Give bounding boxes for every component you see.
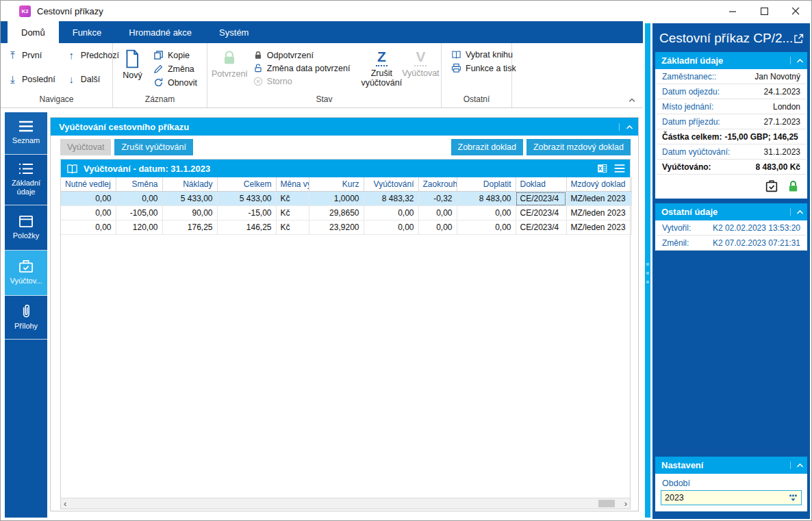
minimize-button[interactable] [717, 1, 748, 21]
column-header[interactable]: Kurz [309, 177, 364, 192]
column-header[interactable]: Doklad [516, 177, 566, 192]
table-cell[interactable]: -105,00 [116, 206, 162, 220]
group-label-ostatni: Ostatní [442, 93, 511, 107]
table-cell[interactable]: Kč [276, 192, 309, 206]
column-header[interactable]: Zaokrouh [418, 177, 457, 192]
table-cell[interactable]: 0,00 [418, 206, 457, 220]
table-cell[interactable]: 5 433,00 [217, 192, 276, 206]
table-cell[interactable]: MZ/leden 2023 [566, 206, 631, 220]
table-row[interactable]: 0,00 -105,00 90,00 -15,00 Kč 29,8650 0,0… [61, 206, 631, 220]
show-payroll-document-button[interactable]: Zobrazit mzdový doklad [526, 139, 631, 155]
sidebar-item-zakladni-udaje[interactable]: Základní údaje [5, 155, 47, 205]
scroll-left-arrow[interactable]: ‹ [64, 498, 66, 509]
collapse-section-button[interactable] [790, 57, 804, 64]
refresh-button[interactable]: Obnovit [153, 77, 197, 88]
table-row[interactable]: 0,00 0,00 5 433,00 5 433,00 Kč 1,0000 8 … [61, 192, 631, 206]
table-cell[interactable]: 8 483,00 [457, 192, 516, 206]
show-document-button[interactable]: Zobrazit doklad [451, 139, 523, 155]
collapse-section-button[interactable] [790, 208, 804, 216]
confirm-button[interactable]: Potvrzení [212, 46, 248, 79]
maximize-button[interactable] [748, 1, 780, 21]
horizontal-scrollbar[interactable]: ‹ › [61, 498, 630, 509]
table-cell[interactable]: 5 433,00 [162, 192, 217, 206]
column-header[interactable]: Vyúčtování [364, 177, 418, 192]
storno-button[interactable]: Storno [253, 77, 351, 86]
table-cell[interactable]: 0,00 [457, 220, 516, 235]
column-header[interactable]: Nutné vedlej [61, 177, 116, 192]
cancel-settlement-action-button[interactable]: Zrušit vyúčtování [114, 139, 192, 155]
table-row[interactable]: 0,00 120,00 176,25 146,25 Kč 23,9200 0,0… [61, 220, 631, 235]
unconfirm-button[interactable]: Odpotvrzení [253, 51, 351, 60]
table-cell[interactable]: 0,00 [61, 192, 116, 206]
table-cell[interactable]: MZ/leden 2023 [566, 220, 631, 235]
column-header[interactable]: Mzdový doklad [566, 177, 631, 192]
table-cell[interactable]: 0,00 [61, 220, 116, 235]
dropdown-icon[interactable] [785, 493, 801, 503]
sidebar-item-prilohy[interactable]: Přílohy [5, 296, 47, 340]
column-header[interactable]: Náklady [162, 177, 217, 192]
table-cell-focused[interactable]: CE/2023/4 [516, 192, 566, 206]
table-cell[interactable]: Kč [276, 206, 309, 220]
column-header[interactable]: Směna [116, 177, 162, 192]
excel-export-icon[interactable] [596, 163, 608, 174]
table-cell[interactable]: 23,9200 [309, 220, 364, 235]
sidebar-item-seznam[interactable]: Seznam [5, 112, 47, 155]
table-cell[interactable]: 0,00 [418, 220, 457, 235]
table-cell[interactable]: 0,00 [457, 206, 516, 220]
tab-funkce[interactable]: Funkce [59, 21, 116, 43]
panel-splitter[interactable] [645, 23, 650, 518]
period-input[interactable] [661, 493, 785, 503]
table-cell[interactable]: 0,00 [364, 220, 418, 235]
settle-button[interactable]: V Vyúčtovat [402, 46, 439, 78]
detail-list-icon [18, 163, 34, 175]
column-header[interactable]: Celkem [217, 177, 276, 192]
table-cell[interactable]: -0,32 [418, 192, 457, 206]
table-cell[interactable]: 29,8650 [309, 206, 364, 220]
previous-button[interactable]: ↑ Předchozí [66, 50, 119, 60]
table-cell[interactable]: 146,25 [217, 220, 276, 235]
ribbon-collapse-button[interactable] [628, 96, 636, 105]
next-button[interactable]: ↓ Další [66, 74, 119, 84]
window-title: Cestovní příkazy [37, 6, 103, 16]
first-button[interactable]: ⤒ První [8, 50, 55, 60]
clipboard-check-icon [764, 179, 779, 194]
table-cell[interactable]: CE/2023/4 [516, 206, 566, 220]
collapse-section-button[interactable] [790, 461, 804, 469]
sidebar-item-polozky[interactable]: Položky [5, 205, 47, 251]
table-cell[interactable]: 120,00 [116, 220, 162, 235]
table-cell[interactable]: Kč [276, 220, 309, 235]
table-cell[interactable]: 0,00 [364, 206, 418, 220]
last-button[interactable]: ⤓ Poslední [8, 74, 55, 84]
cancel-settlement-button[interactable]: Z Zrušit vyúčtování [361, 46, 402, 88]
table-cell[interactable]: 0,00 [116, 192, 162, 206]
scroll-right-arrow[interactable]: › [624, 498, 627, 509]
select-book-button[interactable]: Vybrat knihu [451, 50, 516, 60]
settle-action-button[interactable]: Vyúčtovat [60, 139, 111, 155]
column-header[interactable]: Doplatit [457, 177, 516, 192]
table-cell[interactable]: MZ/leden 2023 [566, 192, 631, 206]
table-cell[interactable]: 1,0000 [309, 192, 364, 206]
open-external-icon[interactable] [793, 33, 804, 45]
table-cell[interactable]: 0,00 [61, 206, 116, 220]
table-cell[interactable]: CE/2023/4 [516, 220, 566, 235]
copy-button[interactable]: Kopie [153, 50, 197, 60]
period-combobox[interactable] [661, 490, 802, 505]
panel-collapse-button[interactable] [619, 123, 634, 131]
functions-print-button[interactable]: Funkce a tisk [451, 63, 516, 73]
change-button[interactable]: Změna [153, 64, 197, 74]
column-header[interactable]: Měna vy [276, 177, 309, 192]
table-cell[interactable]: 90,00 [162, 206, 217, 220]
close-button[interactable] [780, 1, 811, 21]
table-cell[interactable]: 176,25 [162, 220, 217, 235]
sidebar-item-vyuctovani[interactable]: Vyúčtov... [5, 251, 47, 296]
change-confirm-date-button[interactable]: Změna data potvrzení [253, 64, 351, 73]
table-cell[interactable]: -15,00 [217, 206, 276, 220]
menu-icon[interactable] [613, 164, 626, 173]
window-controls [717, 1, 811, 21]
scrollbar-thumb[interactable] [598, 500, 615, 507]
tab-hromadne-akce[interactable]: Hromadné akce [115, 21, 205, 43]
tab-domu[interactable]: Domů [8, 21, 59, 43]
tab-system[interactable]: Systém [205, 21, 262, 43]
table-cell[interactable]: 8 483,32 [364, 192, 418, 206]
new-button[interactable]: Nový [117, 46, 148, 80]
